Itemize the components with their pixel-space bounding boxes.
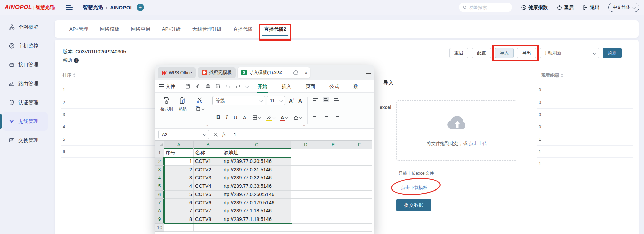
- sheet-cell[interactable]: 8: [164, 215, 194, 224]
- undo-icon[interactable]: [225, 84, 231, 89]
- table-row[interactable]: 1: [537, 158, 633, 170]
- sheet-cell[interactable]: 3: [164, 174, 194, 182]
- align-left-button[interactable]: [312, 114, 319, 119]
- menu-item-page[interactable]: 页面: [306, 83, 315, 90]
- output-icon[interactable]: [195, 84, 201, 89]
- align-middle-button[interactable]: [323, 97, 329, 102]
- sort-icon[interactable]: [561, 73, 563, 77]
- row-number[interactable]: 9: [155, 215, 164, 224]
- sheet-cell[interactable]: [291, 166, 320, 174]
- chevron-down-icon[interactable]: [245, 84, 249, 88]
- sheet-cell[interactable]: [347, 190, 372, 199]
- click-upload-link[interactable]: 点击上传: [469, 141, 487, 146]
- sheet-cell[interactable]: [347, 207, 372, 215]
- menu-item-home[interactable]: 开始: [258, 83, 267, 90]
- breadcrumb-current[interactable]: AINOPOL: [110, 5, 133, 10]
- sidebar-item-network-overview[interactable]: 全网概览: [3, 18, 48, 36]
- sheet-cell[interactable]: [320, 166, 347, 174]
- sheet-cell[interactable]: [320, 207, 347, 215]
- help-link[interactable]: 帮助 !: [63, 57, 79, 63]
- menu-item-formula[interactable]: 公式: [329, 83, 339, 90]
- sidebar-item-switch-manage[interactable]: 交换管理: [3, 131, 48, 150]
- column-header-e[interactable]: E: [320, 141, 347, 149]
- sheet-cell[interactable]: [347, 199, 372, 207]
- increase-font-button[interactable]: A+: [289, 97, 295, 104]
- sheet-cell[interactable]: rtp://239.77.1.18:5146: [222, 207, 291, 215]
- sheet-cell[interactable]: CCTV7: [194, 207, 222, 215]
- language-selector[interactable]: 中文简体: [608, 3, 639, 12]
- print-icon[interactable]: [205, 84, 211, 89]
- table-row[interactable]: 1: [61, 84, 155, 96]
- tab-live-relay-2[interactable]: 直播代播2: [264, 20, 286, 38]
- sheet-cell[interactable]: rtp://239.77.0.31:5146: [222, 166, 291, 174]
- row-number[interactable]: 10: [155, 223, 164, 232]
- search-input-wrap[interactable]: [459, 3, 512, 12]
- select-all-corner[interactable]: [155, 141, 164, 149]
- sheet-cell[interactable]: 序号: [164, 149, 194, 157]
- table-row[interactable]: 2: [61, 96, 155, 109]
- close-tab-icon[interactable]: ×: [305, 70, 308, 76]
- row-number[interactable]: 6: [155, 190, 164, 199]
- format-painter-button[interactable]: 格式刷: [160, 97, 173, 112]
- sheet-cell[interactable]: 6: [164, 199, 194, 207]
- health-index-button[interactable]: 健康指数: [521, 4, 548, 11]
- export-button[interactable]: 导出: [517, 48, 536, 58]
- column-header-b[interactable]: B: [194, 141, 222, 149]
- sheet-cell[interactable]: CCTV6: [194, 199, 222, 207]
- sheet-cell[interactable]: [347, 215, 372, 224]
- strikethrough-button[interactable]: A: [243, 115, 246, 120]
- column-header-f[interactable]: F: [347, 141, 372, 149]
- sheet-cell[interactable]: CCTV4: [194, 182, 222, 191]
- column-header-d[interactable]: D: [291, 141, 320, 149]
- sheet-cell[interactable]: [291, 207, 320, 215]
- sheet-cell[interactable]: CCTV1: [194, 157, 222, 166]
- sheet-cell[interactable]: [320, 182, 347, 191]
- sheet-cell[interactable]: 1: [164, 157, 194, 166]
- sidebar-item-router-manage[interactable]: 路由管理: [3, 74, 48, 93]
- sheet-cell[interactable]: rtp://239.77.0.33:5146: [222, 182, 291, 191]
- decrease-font-button[interactable]: A−: [298, 97, 305, 104]
- submit-data-button[interactable]: 提交数据: [396, 199, 431, 211]
- row-number[interactable]: 2: [155, 157, 164, 166]
- sheet-cell[interactable]: 名称: [194, 149, 222, 157]
- save-icon[interactable]: [185, 84, 190, 89]
- table-row[interactable]: 1: [537, 146, 633, 158]
- font-color-button[interactable]: A: [281, 115, 287, 120]
- row-number[interactable]: 7: [155, 199, 164, 207]
- tab-network-restart[interactable]: 网络重启: [131, 20, 150, 38]
- sheet-cell[interactable]: CCTV5: [194, 190, 222, 199]
- cloud-sync-icon[interactable]: [293, 70, 299, 75]
- sheet-cell[interactable]: [347, 157, 372, 166]
- sheet-cell[interactable]: [194, 223, 222, 232]
- sheet-cell[interactable]: [347, 223, 372, 232]
- row-number[interactable]: 5: [155, 182, 164, 191]
- wps-home-tab[interactable]: W WPS Office: [158, 67, 196, 78]
- sheet-cell[interactable]: rtp://239.77.0.32:5146: [222, 174, 291, 182]
- row-number[interactable]: 4: [155, 174, 164, 182]
- sheet-cell[interactable]: rtp://239.77.0.30:5146: [222, 157, 291, 166]
- restart-button[interactable]: 重启: [557, 4, 574, 11]
- wps-docer-tab[interactable]: 找稻壳模板: [198, 67, 236, 78]
- row-number[interactable]: 1: [155, 149, 164, 157]
- font-size-select[interactable]: 11: [267, 96, 285, 105]
- sheet-cell[interactable]: 2: [164, 166, 194, 174]
- cut-copy-group[interactable]: [195, 97, 204, 112]
- expand-corner-icon[interactable]: ↘: [206, 124, 208, 127]
- table-row[interactable]: 3: [61, 109, 155, 121]
- highlight-color-button[interactable]: [266, 115, 275, 120]
- sheet-cell[interactable]: [291, 149, 320, 157]
- bold-button[interactable]: B: [216, 114, 220, 120]
- sheet-cell[interactable]: CCTV2: [194, 166, 222, 174]
- table-row[interactable]: 0: [537, 109, 633, 121]
- table-row[interactable]: 4: [61, 121, 155, 134]
- sheet-cell[interactable]: CCTV3: [194, 174, 222, 182]
- sheet-cell[interactable]: [320, 199, 347, 207]
- expand-corner-icon[interactable]: ↘: [302, 124, 305, 127]
- sidebar-item-interface-manage[interactable]: 接口管理: [3, 55, 48, 74]
- italic-button[interactable]: I: [226, 114, 228, 120]
- download-template-link[interactable]: 点击下载模板: [401, 185, 427, 191]
- minimize-window-icon[interactable]: —: [366, 70, 372, 76]
- sheet-cell[interactable]: CCTV8: [194, 215, 222, 224]
- sort-column-header[interactable]: 排序: [63, 72, 76, 78]
- tab-ap-manage[interactable]: AP+管理: [69, 20, 88, 38]
